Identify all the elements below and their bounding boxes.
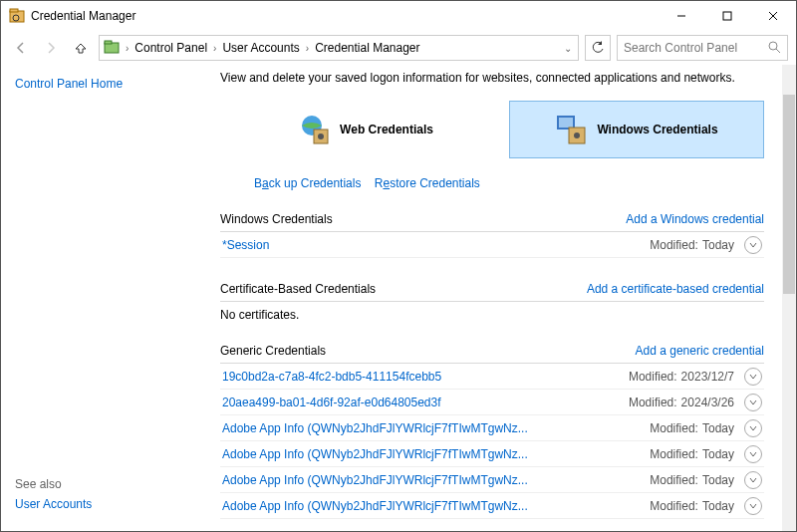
credential-name[interactable]: Adobe App Info (QWNyb2JhdFJlYWRlcjF7fTIw…: [222, 473, 528, 487]
refresh-button[interactable]: [585, 35, 611, 61]
breadcrumb-current: Credential Manager: [315, 41, 419, 55]
expand-icon[interactable]: [744, 419, 762, 437]
svg-rect-4: [723, 12, 731, 20]
navbar: › Control Panel › User Accounts › Creden…: [1, 31, 796, 65]
credential-name[interactable]: *Session: [222, 238, 269, 252]
expand-icon[interactable]: [744, 497, 762, 515]
no-certificates-label: No certificates.: [220, 302, 764, 336]
credential-row[interactable]: 19c0bd2a-c7a8-4fc2-bdb5-411154fcebb5 Mod…: [220, 364, 764, 390]
credential-row[interactable]: 20aea499-ba01-4d6f-92af-e0d64805ed3f Mod…: [220, 390, 764, 415]
search-placeholder: Search Control Panel: [624, 41, 737, 55]
credential-row[interactable]: Adobe App Info (QWNyb2JhdFJlYWRlcjF7fTIw…: [220, 493, 764, 519]
expand-icon[interactable]: [744, 236, 762, 254]
certificate-credentials-section-header: Certificate-Based Credentials Add a cert…: [220, 278, 764, 302]
svg-line-10: [776, 49, 780, 53]
expand-icon[interactable]: [744, 445, 762, 463]
credential-name[interactable]: 20aea499-ba01-4d6f-92af-e0d64805ed3f: [222, 396, 441, 409]
windows-credentials-section-header: Windows Credentials Add a Windows creden…: [220, 208, 764, 232]
chevron-right-icon[interactable]: ›: [124, 43, 131, 54]
credential-name[interactable]: Adobe App Info (QWNyb2JhdFJlYWRlcjF7fTIw…: [222, 499, 528, 513]
expand-icon[interactable]: [744, 471, 762, 489]
folder-icon: [104, 39, 120, 58]
chevron-right-icon[interactable]: ›: [304, 43, 311, 54]
maximize-button[interactable]: [704, 1, 750, 31]
add-generic-credential-link[interactable]: Add a generic credential: [636, 344, 764, 358]
back-button[interactable]: [9, 36, 33, 60]
close-button[interactable]: [750, 1, 796, 31]
backup-credentials-link[interactable]: Back up Credentials: [254, 176, 361, 190]
svg-rect-8: [105, 41, 112, 44]
web-credentials-tile[interactable]: Web Credentials: [238, 101, 493, 158]
body: Control Panel Home See also User Account…: [1, 65, 796, 531]
svg-point-9: [769, 42, 777, 50]
chevron-right-icon[interactable]: ›: [211, 43, 218, 54]
svg-point-13: [318, 133, 324, 139]
window: Credential Manager › Control Panel › Use…: [0, 0, 797, 532]
search-icon: [767, 40, 781, 57]
credential-modified: Modified:Today: [650, 473, 734, 487]
credential-name[interactable]: 19c0bd2a-c7a8-4fc2-bdb5-411154fcebb5: [222, 370, 441, 384]
forward-button[interactable]: [39, 36, 63, 60]
main: View and delete your saved logon informa…: [200, 65, 796, 531]
main-content: View and delete your saved logon informa…: [200, 65, 782, 531]
section-title: Certificate-Based Credentials: [220, 282, 376, 296]
credential-row[interactable]: Adobe App Info (QWNyb2JhdFJlYWRlcjF7fTIw…: [220, 415, 764, 441]
section-title: Generic Credentials: [220, 344, 326, 358]
address-bar[interactable]: › Control Panel › User Accounts › Creden…: [99, 35, 579, 61]
globe-safe-icon: [298, 114, 330, 145]
svg-rect-1: [10, 9, 18, 12]
windows-credentials-tile[interactable]: Windows Credentials: [509, 101, 764, 158]
windows-safe-icon: [555, 114, 587, 145]
credential-modified: Modified:Today: [650, 499, 734, 513]
intro-text: View and delete your saved logon informa…: [220, 71, 764, 85]
credential-name[interactable]: Adobe App Info (QWNyb2JhdFJlYWRlcjF7fTIw…: [222, 421, 528, 435]
scrollbar[interactable]: [782, 65, 796, 531]
add-certificate-credential-link[interactable]: Add a certificate-based credential: [587, 282, 764, 296]
svg-point-17: [574, 133, 580, 138]
window-title: Credential Manager: [31, 9, 135, 23]
sidebar-see-also-label: See also: [15, 477, 186, 491]
tile-label: Windows Credentials: [597, 123, 717, 136]
restore-credentials-link[interactable]: Restore Credentials: [375, 176, 480, 190]
credential-modified: Modified:Today: [650, 447, 734, 461]
minimize-button[interactable]: [659, 1, 704, 31]
titlebar: Credential Manager: [1, 1, 796, 31]
credential-row[interactable]: Adobe App Info (QWNyb2JhdFJlYWRlcjF7fTIw…: [220, 467, 764, 493]
expand-icon[interactable]: [744, 368, 762, 386]
add-windows-credential-link[interactable]: Add a Windows credential: [626, 212, 764, 226]
credential-row[interactable]: Adobe App Info (QWNyb2JhdFJlYWRlcjF7fTIw…: [220, 441, 764, 467]
svg-rect-15: [559, 118, 573, 128]
tile-label: Web Credentials: [340, 123, 433, 136]
credential-modified: Modified:Today: [650, 421, 734, 435]
breadcrumb-control-panel[interactable]: Control Panel: [134, 41, 207, 55]
credential-name[interactable]: Adobe App Info (QWNyb2JhdFJlYWRlcjF7fTIw…: [222, 447, 528, 461]
backup-restore-links: Back up Credentials Restore Credentials: [220, 176, 764, 190]
chevron-down-icon[interactable]: ⌄: [562, 43, 574, 54]
credential-modified: Modified:2024/3/26: [629, 396, 734, 409]
credential-row[interactable]: *Session Modified:Today: [220, 232, 764, 258]
credential-modified: Modified:2023/12/7: [629, 370, 734, 384]
search-input[interactable]: Search Control Panel: [617, 35, 788, 61]
credential-type-tiles: Web Credentials Windows Credentials: [220, 101, 764, 158]
sidebar: Control Panel Home See also User Account…: [1, 65, 200, 531]
scrollbar-thumb[interactable]: [783, 95, 795, 294]
window-buttons: [659, 1, 796, 31]
breadcrumb-user-accounts[interactable]: User Accounts: [222, 41, 299, 55]
expand-icon[interactable]: [744, 394, 762, 411]
section-title: Windows Credentials: [220, 212, 333, 226]
sidebar-home-link[interactable]: Control Panel Home: [15, 77, 186, 91]
generic-credentials-section-header: Generic Credentials Add a generic creden…: [220, 340, 764, 364]
app-icon: [9, 8, 25, 24]
sidebar-user-accounts-link[interactable]: User Accounts: [15, 497, 186, 511]
up-button[interactable]: [69, 36, 93, 60]
credential-modified: Modified:Today: [650, 238, 734, 252]
